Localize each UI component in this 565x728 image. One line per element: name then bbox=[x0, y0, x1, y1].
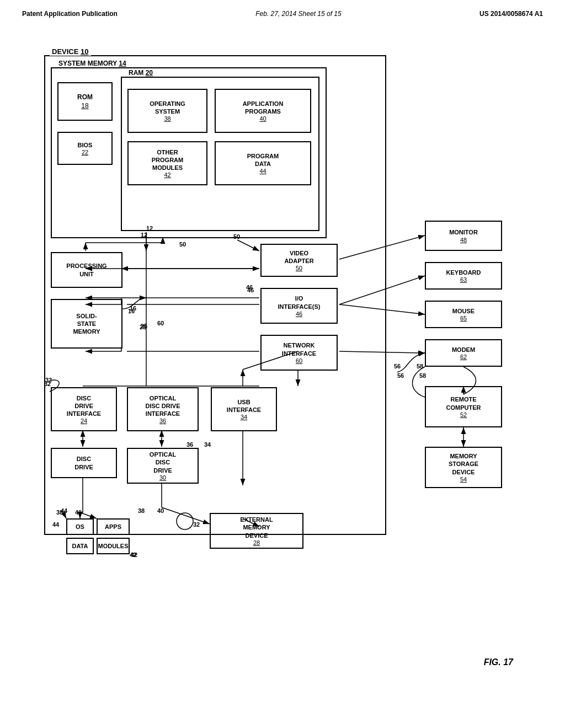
memory-storage-label: MEMORYSTORAGEDEVICE bbox=[449, 452, 478, 476]
diagram-area: DEVICE 10 SYSTEM MEMORY 14 ROM 18 BIOS 2… bbox=[44, 55, 524, 678]
monitor-box: MONITOR 48 bbox=[425, 221, 502, 251]
optical-drive-label: OPTICALDISCDRIVE bbox=[150, 451, 176, 474]
prog-data-num: 44 bbox=[259, 168, 266, 174]
os-num: 38 bbox=[164, 115, 170, 122]
prog-data-label: PROGRAMDATA bbox=[247, 152, 279, 168]
ram-box: RAM 20 OPERATINGSYSTEM 38 APPLICATIONPRO… bbox=[121, 77, 319, 231]
other-prog-label: OTHERPROGRAMMODULES bbox=[152, 148, 183, 172]
network-interface-box: NETWORKINTERFACE 60 bbox=[260, 335, 338, 371]
other-prog-num: 42 bbox=[164, 172, 170, 178]
apps-num: 40 bbox=[259, 115, 266, 122]
ref-25: 25 bbox=[141, 323, 147, 329]
bottom-apps-box: APPS bbox=[97, 518, 130, 535]
modem-label: MODEM bbox=[452, 346, 475, 354]
external-memory-num: 28 bbox=[253, 539, 260, 546]
remote-computer-label: REMOTECOMPUTER bbox=[446, 395, 481, 411]
mouse-label: MOUSE bbox=[452, 307, 475, 315]
remote-computer-num: 52 bbox=[460, 411, 467, 418]
prog-data-box: PROGRAMDATA 44 bbox=[215, 141, 311, 185]
monitor-label: MONITOR bbox=[449, 228, 478, 236]
ref-36: 36 bbox=[186, 441, 193, 448]
monitor-num: 48 bbox=[460, 237, 467, 243]
network-num: 60 bbox=[296, 357, 302, 364]
mouse-box: MOUSE 65 bbox=[425, 301, 502, 328]
optical-drive-num: 30 bbox=[159, 474, 166, 481]
bottom-modules-box: MODULES bbox=[97, 538, 130, 554]
keyboard-label: KEYBOARD bbox=[446, 269, 481, 276]
optical-disc-drive-box: OPTICALDISCDRIVE 30 bbox=[127, 448, 199, 484]
device-label: DEVICE 10 bbox=[50, 47, 91, 56]
disc-drive-box: DISCDRIVE bbox=[51, 448, 117, 478]
usb-interface-box: USBINTERFACE 34 bbox=[211, 387, 277, 431]
ref-34: 34 bbox=[204, 441, 211, 448]
fig-label: FIG. 17 bbox=[484, 657, 513, 667]
os-box: OPERATINGSYSTEM 38 bbox=[127, 89, 207, 133]
usb-label: USBINTERFACE bbox=[227, 398, 261, 414]
header-right: US 2014/0058674 A1 bbox=[479, 10, 543, 18]
keyboard-num: 63 bbox=[460, 276, 467, 283]
bottom-data-box: DATA bbox=[66, 538, 94, 554]
ref-46: 46 bbox=[246, 284, 253, 291]
modem-box: MODEM 62 bbox=[425, 339, 502, 367]
io-num: 46 bbox=[296, 311, 302, 317]
memory-storage-box: MEMORYSTORAGEDEVICE 54 bbox=[425, 447, 502, 488]
ref-60: 60 bbox=[157, 320, 164, 326]
disc-drive-if-num: 24 bbox=[81, 417, 87, 424]
optical-if-label: OPTICALDISC DRIVEINTERFACE bbox=[146, 394, 180, 418]
ref-58: 58 bbox=[419, 372, 426, 379]
video-adapter-box: VIDEOADAPTER 50 bbox=[260, 244, 338, 277]
ref-42: 42 bbox=[130, 552, 136, 558]
rom-num: 18 bbox=[81, 102, 88, 110]
apps-label: APPLICATIONPROGRAMS bbox=[243, 100, 284, 116]
optical-disc-drive-interface-box: OPTICALDISC DRIVEINTERFACE 36 bbox=[127, 387, 199, 431]
ref-40: 40 bbox=[157, 507, 164, 514]
ref-56: 56 bbox=[397, 372, 404, 379]
ref-44: 44 bbox=[61, 507, 67, 514]
bios-label: BIOS bbox=[78, 141, 93, 149]
usb-num: 34 bbox=[241, 414, 247, 420]
ref-32: 32 bbox=[44, 381, 51, 387]
os-label: OPERATINGSYSTEM bbox=[150, 100, 185, 116]
bottom-os-box: OS bbox=[66, 518, 94, 535]
mouse-num: 65 bbox=[460, 315, 467, 322]
disc-drive-interface-box: DISCDRIVEINTERFACE 24 bbox=[51, 387, 117, 431]
optical-if-num: 36 bbox=[159, 417, 166, 424]
system-memory-box: SYSTEM MEMORY 14 ROM 18 BIOS 22 RAM bbox=[51, 67, 327, 238]
video-label: VIDEOADAPTER bbox=[284, 249, 313, 265]
keyboard-box: KEYBOARD 63 bbox=[425, 262, 502, 290]
remote-computer-box: REMOTECOMPUTER 52 bbox=[425, 386, 502, 427]
rom-box: ROM 18 bbox=[57, 82, 113, 121]
svg-text:58: 58 bbox=[417, 363, 423, 370]
memory-storage-num: 54 bbox=[460, 476, 467, 483]
external-memory-box: EXTERNALMEMORYDEVICE 28 bbox=[210, 513, 303, 549]
ref-12: 12 bbox=[141, 232, 147, 238]
network-label: NETWORKINTERFACE bbox=[282, 341, 316, 357]
ref-16: 16 bbox=[130, 305, 136, 312]
ref-50: 50 bbox=[179, 241, 186, 248]
rom-label: ROM bbox=[77, 93, 93, 102]
bios-box: BIOS 22 bbox=[57, 132, 113, 165]
device-box: DEVICE 10 SYSTEM MEMORY 14 ROM 18 BIOS 2… bbox=[44, 55, 386, 535]
io-interface-box: I/OINTERFACE(S) 46 bbox=[260, 288, 338, 324]
disc-drive-label: DISCDRIVE bbox=[74, 455, 93, 471]
external-memory-label: EXTERNALMEMORYDEVICE bbox=[240, 516, 273, 539]
ssd-box: SOLID-STATEMEMORY bbox=[51, 299, 122, 349]
page: Patent Application Publication Feb. 27, … bbox=[0, 0, 565, 728]
ref-38: 38 bbox=[138, 507, 145, 514]
processing-unit-box: PROCESSINGUNIT bbox=[51, 252, 122, 288]
proc-label: PROCESSINGUNIT bbox=[66, 262, 106, 278]
ram-label: RAM 20 bbox=[126, 69, 155, 77]
bios-num: 22 bbox=[82, 149, 88, 156]
header: Patent Application Publication Feb. 27, … bbox=[0, 0, 565, 23]
other-prog-box: OTHERPROGRAMMODULES 42 bbox=[127, 141, 207, 185]
header-center: Feb. 27, 2014 Sheet 15 of 15 bbox=[255, 10, 341, 18]
apps-box: APPLICATIONPROGRAMS 40 bbox=[215, 89, 311, 133]
video-num: 50 bbox=[296, 265, 302, 271]
svg-text:56: 56 bbox=[394, 363, 401, 370]
ssd-label: SOLID-STATEMEMORY bbox=[73, 312, 100, 336]
modem-num: 62 bbox=[460, 354, 467, 360]
header-left: Patent Application Publication bbox=[22, 10, 118, 18]
disc-drive-if-label: DISCDRIVEINTERFACE bbox=[67, 394, 101, 418]
io-label: I/OINTERFACE(S) bbox=[278, 295, 321, 311]
sys-memory-label: SYSTEM MEMORY 14 bbox=[56, 60, 129, 67]
